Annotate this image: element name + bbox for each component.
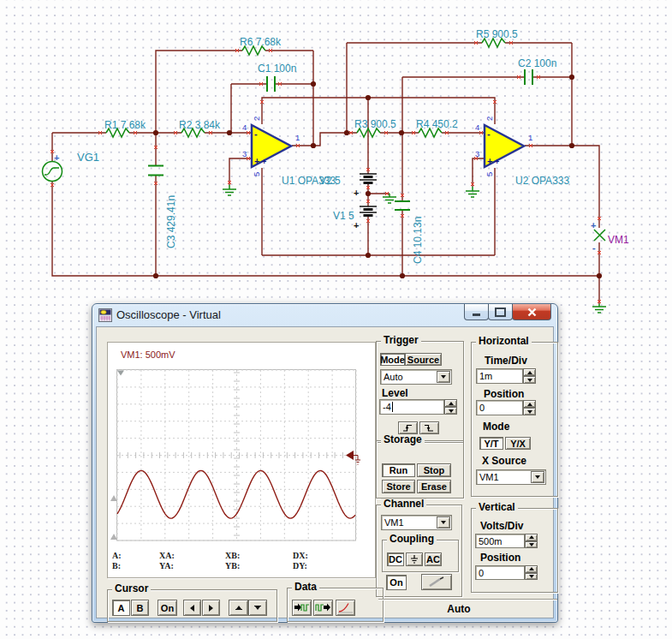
coupling-ac-button[interactable]: AC	[425, 552, 442, 566]
triangle-down-icon	[255, 606, 260, 610]
resistor-r2[interactable]: R2 3.84k	[179, 119, 221, 137]
cursor-b-button[interactable]: B	[131, 600, 149, 616]
junction-dot	[400, 273, 405, 278]
cursor-bottom-button[interactable]	[248, 600, 267, 616]
x-source-dropdown-button[interactable]	[531, 471, 544, 483]
trigger-falling-edge-button[interactable]	[419, 421, 439, 434]
step-up-button[interactable]	[525, 534, 538, 541]
horizontal-position-input[interactable]: 0	[476, 400, 523, 415]
cursor-on-button[interactable]: On	[158, 600, 177, 616]
status-divider	[378, 599, 557, 600]
run-button[interactable]: Run	[382, 463, 415, 477]
coupling-dc-button[interactable]: DC	[387, 552, 404, 566]
capacitor-c3[interactable]: C3 429.41n	[148, 166, 177, 249]
u1-label: U1 OPA333	[282, 175, 336, 187]
store-button[interactable]: Store	[382, 480, 415, 493]
capacitor-c2[interactable]: C2 100n	[518, 57, 556, 85]
window-titlebar[interactable]: Oscilloscope - Virtual	[92, 304, 557, 326]
battery-v1[interactable]: + V1 5	[333, 206, 377, 230]
cursor-top-button[interactable]	[229, 600, 248, 616]
resistor-r3[interactable]: R3 900.5	[354, 118, 396, 137]
step-down-button[interactable]	[523, 376, 536, 384]
opamp-u2[interactable]: - + + 4 3 1 2 5 U2 OPA333	[475, 116, 569, 187]
trigger-level-input[interactable]: -4	[379, 399, 444, 415]
step-up-button[interactable]	[523, 400, 536, 408]
opamp-u1[interactable]: - + + 4 3 1 2 5 U1 OPA333	[242, 116, 336, 187]
channel-dropdown-button[interactable]	[437, 517, 450, 529]
channel-select[interactable]: VM1	[381, 515, 452, 530]
vertical-position-stepper[interactable]	[525, 565, 538, 580]
left-position-marker-a[interactable]	[110, 495, 117, 501]
data-import-button[interactable]	[292, 600, 312, 616]
cursor-right-button[interactable]	[202, 600, 220, 616]
minimize-icon	[473, 314, 480, 316]
step-down-button[interactable]	[525, 573, 538, 581]
data-curve-button[interactable]	[336, 600, 355, 616]
u2-plus-sign: +	[487, 156, 492, 166]
horizontal-position-stepper[interactable]	[523, 400, 536, 415]
step-down-button[interactable]	[523, 408, 536, 415]
left-position-marker-b[interactable]	[110, 534, 117, 540]
time-div-stepper[interactable]	[523, 368, 536, 384]
trigger-mode-button[interactable]: Mode	[380, 353, 405, 366]
ground-u1-icon	[223, 185, 236, 195]
wires	[52, 43, 599, 304]
maximize-button[interactable]	[488, 304, 513, 320]
resistor-r4[interactable]: R4 450.2	[416, 118, 458, 137]
erase-button[interactable]: Erase	[417, 480, 451, 493]
c2-label: C2 100n	[518, 57, 556, 69]
cursor-readout-row-2: B: YA: YB: DY:	[108, 561, 375, 571]
yx-mode-button[interactable]: Y/X	[505, 437, 531, 450]
step-up-button[interactable]	[523, 368, 536, 376]
resistor-r1[interactable]: R1 7.68k	[104, 119, 146, 137]
volts-div-input[interactable]: 500m	[475, 534, 525, 548]
horizontal-position-label: Position	[484, 388, 524, 400]
readout-a-label: A:	[112, 551, 122, 560]
triangle-up-icon	[527, 403, 532, 406]
step-up-button[interactable]	[444, 399, 457, 407]
triangle-down-icon	[529, 543, 534, 546]
volts-div-stepper[interactable]	[525, 534, 538, 548]
horizontal-group-label: Horizontal	[476, 336, 532, 347]
u2-plus2-sign: +	[495, 158, 499, 166]
trigger-rising-edge-button[interactable]	[398, 421, 418, 434]
r6-label: R6 7.68k	[240, 36, 282, 48]
cursor-a-button[interactable]: A	[112, 600, 130, 616]
r2-label: R2 3.84k	[179, 119, 221, 131]
source-vg1[interactable]: + VG1	[43, 151, 100, 182]
stop-button[interactable]: Stop	[417, 463, 451, 477]
import-waveform-icon	[294, 602, 310, 613]
triangle-down-icon	[529, 575, 534, 578]
trigger-level-stepper[interactable]	[444, 399, 457, 415]
step-down-button[interactable]	[525, 541, 538, 549]
voltmeter-vm1[interactable]: + - VM1	[591, 220, 629, 253]
capacitor-c1[interactable]: C1 100n	[258, 63, 296, 92]
time-div-value: 1m	[479, 371, 492, 381]
step-down-button[interactable]	[444, 407, 457, 415]
time-div-input[interactable]: 1m	[476, 368, 523, 384]
cursor-left-button[interactable]	[183, 600, 201, 616]
trigger-mode-value: Auto	[384, 372, 403, 382]
v2-plus-sign: +	[354, 188, 359, 198]
step-up-button[interactable]	[525, 565, 538, 573]
yt-mode-button[interactable]: Y/T	[479, 437, 503, 450]
terminal-markers	[51, 41, 601, 303]
triangle-down-icon	[449, 409, 454, 413]
x-source-select[interactable]: VM1	[476, 469, 546, 485]
trigger-mode-select[interactable]: Auto	[380, 369, 452, 385]
minimize-button[interactable]	[464, 304, 489, 320]
probe-button[interactable]	[421, 574, 452, 590]
channel-on-button[interactable]: On	[386, 575, 407, 590]
trigger-source-button[interactable]: Source	[405, 353, 442, 366]
triangle-up-icon	[529, 567, 534, 570]
close-button[interactable]	[512, 304, 551, 320]
trigger-mode-dropdown-button[interactable]	[437, 371, 450, 383]
coupling-ground-button[interactable]	[406, 552, 423, 566]
resistor-r5[interactable]: R5 900.5	[476, 28, 518, 47]
capacitor-c4[interactable]: C4 10.13n	[395, 201, 424, 264]
u1-plus-sign: +	[254, 156, 259, 166]
resistor-r6[interactable]: R6 7.68k	[240, 36, 282, 55]
vertical-position-input[interactable]: 0	[475, 565, 525, 580]
triangle-left-icon	[190, 605, 194, 612]
data-export-button[interactable]	[313, 600, 333, 616]
